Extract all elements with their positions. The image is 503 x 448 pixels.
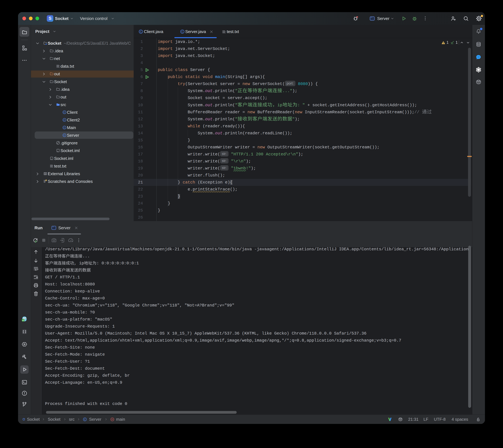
svg-text:C: C: [84, 418, 86, 421]
svg-text:C: C: [64, 126, 65, 129]
svg-text:C: C: [181, 30, 183, 33]
svg-text:C: C: [64, 111, 65, 113]
svg-text:C: C: [64, 119, 65, 121]
svg-text:C: C: [140, 30, 142, 33]
svg-text:m: m: [111, 418, 113, 421]
svg-text:C: C: [64, 134, 65, 137]
